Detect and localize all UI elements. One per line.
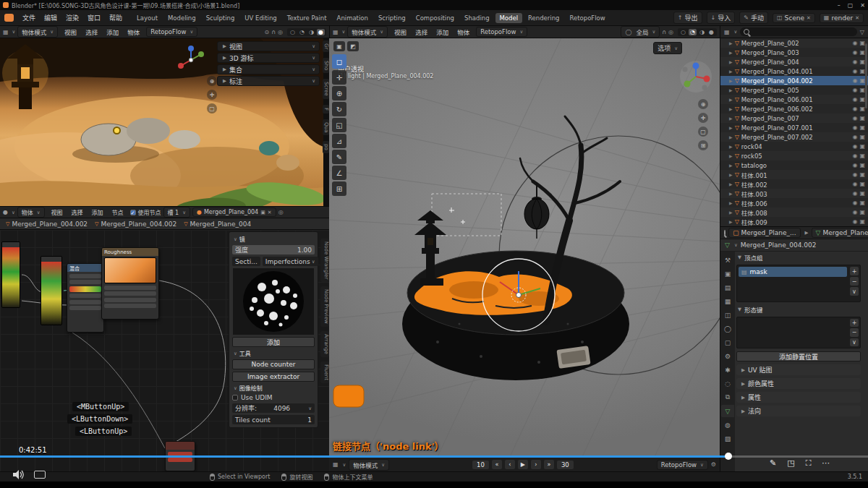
use-nodes-toggle[interactable]: ✓ 使用节点 [130,208,161,216]
properties-tab-icon[interactable]: ▤ [721,281,734,294]
hide-eye-icon[interactable]: ◉ [852,59,857,65]
properties-tab-icon[interactable]: ▨ [721,432,734,445]
outliner-item[interactable]: ▶ ▽ Merged_Plane_004.001 ◉ ▣ [720,67,868,76]
options-dropdown[interactable]: 选项∨ [653,42,682,54]
frame-end-field[interactable]: 30 [557,461,574,469]
node-counter-button[interactable]: Node counter [232,359,315,369]
breadcrumb-data[interactable]: ▽Merged_Plane_... [812,228,868,238]
menu-item[interactable]: 渲染 [61,12,83,24]
preview-viewport[interactable]: ▶ 视图 ∨ ▶ 3D 游标 ∨ ▶ 集合 ∨ ▶ 标注 ∨ ⊕ [0,38,323,206]
sidebar-panel-header[interactable]: ▶ 视图 ∨ [217,41,320,51]
fake-user-icon[interactable]: ▣ [260,210,265,215]
shader-menu[interactable]: 节点 [108,207,128,218]
minimize-button[interactable]: – [838,2,841,9]
breadcrumb-item[interactable]: ▽ Merged_Plane_004.002 [6,221,88,228]
disable-render-icon[interactable]: ▣ [859,59,865,65]
disable-render-icon[interactable]: ▣ [859,181,865,187]
add-rest-position-button[interactable]: 添加静置位置 [736,351,861,361]
sidebar-panel-header[interactable]: ▶ 标注 ∨ [217,76,320,86]
disable-render-icon[interactable]: ▣ [859,143,865,150]
expand-icon[interactable]: ▶ [729,191,733,196]
viewport-tool-button[interactable]: ✛ [332,70,346,85]
disable-render-icon[interactable]: ▣ [859,96,865,103]
outliner-item[interactable]: ▶ ▽ 柱体.002 ◉ ▣ [720,179,868,189]
expand-icon[interactable]: ▶ [729,153,733,158]
proportional-edit-icon[interactable]: ◎ [668,29,673,35]
use-udim-toggle[interactable]: Use UDIM [232,394,315,401]
disable-render-icon[interactable]: ▣ [859,68,865,74]
workspace-tab[interactable]: Sculpting [202,13,239,23]
disable-render-icon[interactable]: ▣ [859,49,865,56]
expand-icon[interactable]: ▶ [729,87,733,93]
snap-magnet-icon[interactable]: ∩ [271,29,276,35]
properties-tab-icon[interactable]: ▦ [721,295,734,307]
disable-render-icon[interactable]: ▣ [859,40,865,46]
viewport-menu[interactable]: 添加 [432,26,453,38]
color-ramp-node[interactable] [41,256,62,325]
hide-eye-icon[interactable]: ◉ [852,87,857,93]
video-progress-handle[interactable] [725,453,732,460]
camera-view-icon[interactable]: ▢ [698,127,708,137]
menu-item[interactable]: 编辑 [40,12,61,24]
properties-tab-icon[interactable]: ◫ [721,309,734,321]
sidebar-tab[interactable]: Arrange [320,331,329,357]
shader-node-canvas[interactable]: 混合 Roughness ∨镜 强度1.00 Secti... Imperfec… [0,230,329,471]
annotate-pencil-icon[interactable]: ✎ [770,458,776,468]
outliner-item[interactable]: ▶ ▽ Merged_Plane_007 ◉ ▣ [720,114,868,123]
disable-render-icon[interactable]: ▣ [859,153,865,159]
hide-eye-icon[interactable]: ◉ [852,77,857,84]
imperfections-dropdown[interactable]: Imperfections∨ [263,257,318,266]
outliner-item[interactable]: ▶ ▽ 柱体.001 ◉ ▣ [720,170,868,179]
editor-type-icon[interactable]: ▦ [333,29,339,35]
viewport-tool-button[interactable]: ⊕ [332,86,346,100]
mini-player-icon[interactable]: ◳ [787,458,794,468]
expand-icon[interactable]: ▶ [729,200,733,205]
pin-icon[interactable]: ◎ [278,209,284,215]
workspace-tab[interactable]: Layout [132,13,162,23]
vertex-groups-section[interactable]: ▼顶点组 [736,253,861,262]
viewport-menu[interactable]: 物体 [123,26,144,38]
strength-slider[interactable]: 强度1.00 [232,245,315,254]
menu-item[interactable]: 帮助 [105,12,127,24]
vertex-group-specials-button[interactable]: ∨ [850,287,859,296]
disable-render-icon[interactable]: ▣ [859,218,865,225]
shading-solid-icon[interactable]: ◔ [298,29,306,35]
viewport-menu[interactable]: 选择 [411,26,432,38]
disable-render-icon[interactable]: ▣ [859,209,865,215]
color-attributes-section[interactable]: ▶颜色属性 [736,378,861,389]
volume-icon[interactable] [13,470,24,479]
disable-render-icon[interactable]: ▣ [859,134,865,140]
mode-dropdown[interactable]: 物体模式∨ [347,26,388,38]
hide-eye-icon[interactable]: ◉ [852,68,857,74]
properties-tab-icon[interactable]: ▣ [721,267,734,280]
expand-icon[interactable]: ▶ [729,97,733,102]
uv-maps-section[interactable]: ▶UV 贴图 [736,364,861,375]
pan-hand-icon[interactable]: ✛ [207,90,217,100]
outliner-item[interactable]: ▶ ▽ Merged_Plane_003 ◉ ▣ [720,48,868,57]
sidebar-tab[interactable]: Qua [323,119,329,135]
remove-vertex-group-button[interactable]: − [850,277,859,286]
hide-eye-icon[interactable]: ◉ [852,96,857,103]
shader-type-dropdown[interactable]: 物体∨ [17,207,45,218]
outliner-scrollbar[interactable] [865,43,867,108]
pan-hand-icon[interactable]: ✛ [698,113,708,123]
mask-texture-preview[interactable] [233,268,314,335]
breadcrumb-object[interactable]: ▢Merged_Plane_... [728,228,801,238]
viewport-tool-button[interactable]: ↻ [332,102,346,116]
close-button[interactable]: ✕ [860,2,865,9]
shading-material-icon[interactable]: ◑ [698,29,706,35]
hide-eye-icon[interactable]: ◉ [852,106,857,112]
retopoflow-menu[interactable]: RetopoFlow∨ [146,27,197,37]
workspace-tab[interactable]: Texture Paint [283,13,331,23]
next-frame-button[interactable]: › [531,460,541,469]
properties-tab-icon[interactable]: ◍ [721,419,734,431]
sidebar-tab[interactable]: Fluent [320,361,329,383]
unlink-material-icon[interactable]: ✕ [268,210,272,215]
viewport-toggle-icon[interactable]: ▣ [333,41,345,51]
orientation-dropdown[interactable]: ◯全局∨ [621,26,660,38]
expand-icon[interactable]: ▶ [729,59,733,64]
expand-icon[interactable]: ▶ [729,181,733,187]
menu-item[interactable]: 文件 [18,12,40,24]
prev-frame-button[interactable]: ‹ [505,460,515,469]
workspace-tab[interactable]: Rendering [524,13,563,23]
